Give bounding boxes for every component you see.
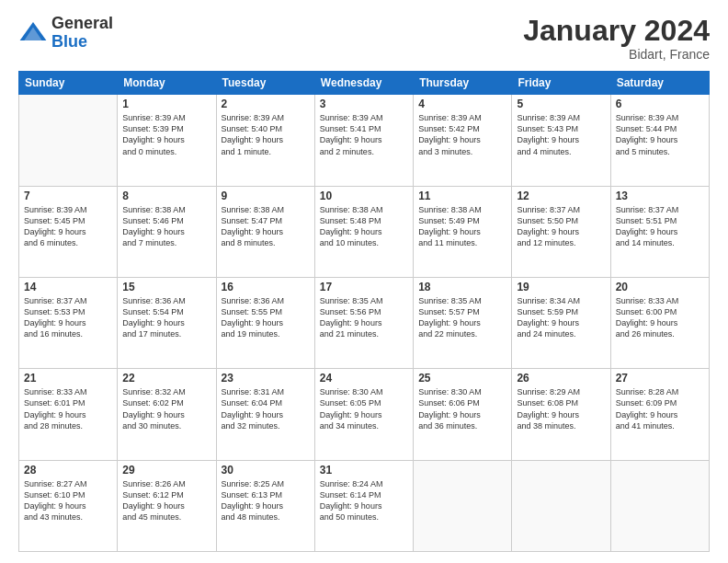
calendar-week-row: 7Sunrise: 8:39 AM Sunset: 5:45 PM Daylig… (19, 186, 710, 277)
col-friday: Friday (512, 72, 610, 95)
day-number: 26 (517, 372, 605, 385)
table-row: 21Sunrise: 8:33 AM Sunset: 6:01 PM Dayli… (19, 369, 118, 460)
table-row: 25Sunrise: 8:30 AM Sunset: 6:06 PM Dayli… (414, 369, 512, 460)
calendar-header-row: Sunday Monday Tuesday Wednesday Thursday… (19, 72, 710, 95)
day-info: Sunrise: 8:25 AM Sunset: 6:13 PM Dayligh… (222, 478, 310, 523)
table-row: 14Sunrise: 8:37 AM Sunset: 5:53 PM Dayli… (19, 277, 118, 368)
table-row: 4Sunrise: 8:39 AM Sunset: 5:42 PM Daylig… (414, 95, 512, 186)
table-row: 2Sunrise: 8:39 AM Sunset: 5:40 PM Daylig… (216, 95, 314, 186)
table-row (512, 460, 610, 551)
table-row: 31Sunrise: 8:24 AM Sunset: 6:14 PM Dayli… (314, 460, 413, 551)
day-number: 24 (320, 372, 408, 385)
day-number: 29 (122, 464, 210, 477)
day-info: Sunrise: 8:28 AM Sunset: 6:09 PM Dayligh… (616, 386, 704, 431)
logo: General Blue (18, 15, 113, 52)
day-number: 15 (122, 281, 210, 293)
table-row: 7Sunrise: 8:39 AM Sunset: 5:45 PM Daylig… (19, 186, 118, 277)
day-info: Sunrise: 8:30 AM Sunset: 6:06 PM Dayligh… (418, 386, 506, 431)
day-number: 10 (320, 190, 408, 202)
col-saturday: Saturday (610, 72, 709, 95)
day-number: 8 (122, 190, 210, 202)
day-number: 6 (616, 98, 704, 110)
day-number: 5 (517, 98, 605, 110)
day-number: 1 (122, 98, 210, 110)
title-block: January 2024 Bidart, France (523, 15, 710, 62)
table-row: 5Sunrise: 8:39 AM Sunset: 5:43 PM Daylig… (512, 95, 610, 186)
col-tuesday: Tuesday (216, 72, 314, 95)
logo-icon (18, 18, 48, 48)
table-row (19, 95, 118, 186)
table-row (414, 460, 512, 551)
day-number: 17 (320, 281, 408, 293)
day-number: 13 (616, 190, 704, 202)
day-number: 2 (222, 98, 310, 110)
location: Bidart, France (523, 47, 710, 62)
day-number: 11 (418, 190, 506, 202)
day-number: 7 (24, 190, 112, 202)
day-info: Sunrise: 8:27 AM Sunset: 6:10 PM Dayligh… (24, 478, 112, 523)
table-row: 23Sunrise: 8:31 AM Sunset: 6:04 PM Dayli… (216, 369, 314, 460)
day-info: Sunrise: 8:38 AM Sunset: 5:47 PM Dayligh… (222, 204, 310, 249)
day-number: 28 (24, 464, 112, 477)
day-info: Sunrise: 8:36 AM Sunset: 5:54 PM Dayligh… (122, 295, 210, 340)
day-info: Sunrise: 8:39 AM Sunset: 5:41 PM Dayligh… (320, 112, 408, 157)
day-info: Sunrise: 8:39 AM Sunset: 5:45 PM Dayligh… (24, 204, 112, 249)
day-number: 3 (320, 98, 408, 110)
header: General Blue January 2024 Bidart, France (18, 15, 710, 62)
logo-blue-text: Blue (51, 33, 113, 52)
table-row: 12Sunrise: 8:37 AM Sunset: 5:50 PM Dayli… (512, 186, 610, 277)
day-number: 16 (222, 281, 310, 293)
day-number: 31 (320, 464, 408, 477)
table-row: 8Sunrise: 8:38 AM Sunset: 5:46 PM Daylig… (118, 186, 216, 277)
table-row: 6Sunrise: 8:39 AM Sunset: 5:44 PM Daylig… (610, 95, 709, 186)
day-info: Sunrise: 8:39 AM Sunset: 5:39 PM Dayligh… (122, 112, 210, 157)
table-row: 26Sunrise: 8:29 AM Sunset: 6:08 PM Dayli… (512, 369, 610, 460)
day-number: 30 (222, 464, 310, 477)
table-row: 10Sunrise: 8:38 AM Sunset: 5:48 PM Dayli… (314, 186, 413, 277)
table-row: 16Sunrise: 8:36 AM Sunset: 5:55 PM Dayli… (216, 277, 314, 368)
day-info: Sunrise: 8:38 AM Sunset: 5:46 PM Dayligh… (122, 204, 210, 249)
day-info: Sunrise: 8:37 AM Sunset: 5:53 PM Dayligh… (24, 295, 112, 340)
day-info: Sunrise: 8:38 AM Sunset: 5:49 PM Dayligh… (418, 204, 506, 249)
table-row: 11Sunrise: 8:38 AM Sunset: 5:49 PM Dayli… (414, 186, 512, 277)
table-row: 22Sunrise: 8:32 AM Sunset: 6:02 PM Dayli… (118, 369, 216, 460)
calendar-week-row: 21Sunrise: 8:33 AM Sunset: 6:01 PM Dayli… (19, 369, 710, 460)
col-monday: Monday (118, 72, 216, 95)
day-info: Sunrise: 8:35 AM Sunset: 5:57 PM Dayligh… (418, 295, 506, 340)
day-number: 22 (122, 372, 210, 385)
day-number: 12 (517, 190, 605, 202)
day-info: Sunrise: 8:29 AM Sunset: 6:08 PM Dayligh… (517, 386, 605, 431)
day-number: 21 (24, 372, 112, 385)
calendar-week-row: 1Sunrise: 8:39 AM Sunset: 5:39 PM Daylig… (19, 95, 710, 186)
day-info: Sunrise: 8:24 AM Sunset: 6:14 PM Dayligh… (320, 478, 408, 523)
day-info: Sunrise: 8:39 AM Sunset: 5:44 PM Dayligh… (616, 112, 704, 157)
table-row: 15Sunrise: 8:36 AM Sunset: 5:54 PM Dayli… (118, 277, 216, 368)
day-number: 18 (418, 281, 506, 293)
day-info: Sunrise: 8:32 AM Sunset: 6:02 PM Dayligh… (122, 386, 210, 431)
table-row: 19Sunrise: 8:34 AM Sunset: 5:59 PM Dayli… (512, 277, 610, 368)
table-row: 13Sunrise: 8:37 AM Sunset: 5:51 PM Dayli… (610, 186, 709, 277)
day-number: 20 (616, 281, 704, 293)
day-info: Sunrise: 8:39 AM Sunset: 5:42 PM Dayligh… (418, 112, 506, 157)
calendar-table: Sunday Monday Tuesday Wednesday Thursday… (18, 71, 710, 552)
day-number: 14 (24, 281, 112, 293)
day-info: Sunrise: 8:39 AM Sunset: 5:40 PM Dayligh… (222, 112, 310, 157)
table-row (610, 460, 709, 551)
table-row: 20Sunrise: 8:33 AM Sunset: 6:00 PM Dayli… (610, 277, 709, 368)
day-info: Sunrise: 8:33 AM Sunset: 6:00 PM Dayligh… (616, 295, 704, 340)
month-title: January 2024 (523, 15, 710, 47)
col-wednesday: Wednesday (314, 72, 413, 95)
day-info: Sunrise: 8:39 AM Sunset: 5:43 PM Dayligh… (517, 112, 605, 157)
day-info: Sunrise: 8:36 AM Sunset: 5:55 PM Dayligh… (222, 295, 310, 340)
day-info: Sunrise: 8:30 AM Sunset: 6:05 PM Dayligh… (320, 386, 408, 431)
table-row: 17Sunrise: 8:35 AM Sunset: 5:56 PM Dayli… (314, 277, 413, 368)
day-info: Sunrise: 8:34 AM Sunset: 5:59 PM Dayligh… (517, 295, 605, 340)
table-row: 18Sunrise: 8:35 AM Sunset: 5:57 PM Dayli… (414, 277, 512, 368)
day-info: Sunrise: 8:35 AM Sunset: 5:56 PM Dayligh… (320, 295, 408, 340)
day-info: Sunrise: 8:33 AM Sunset: 6:01 PM Dayligh… (24, 386, 112, 431)
logo-general-text: General (51, 15, 113, 33)
day-info: Sunrise: 8:26 AM Sunset: 6:12 PM Dayligh… (122, 478, 210, 523)
table-row: 29Sunrise: 8:26 AM Sunset: 6:12 PM Dayli… (118, 460, 216, 551)
table-row: 9Sunrise: 8:38 AM Sunset: 5:47 PM Daylig… (216, 186, 314, 277)
day-number: 4 (418, 98, 506, 110)
